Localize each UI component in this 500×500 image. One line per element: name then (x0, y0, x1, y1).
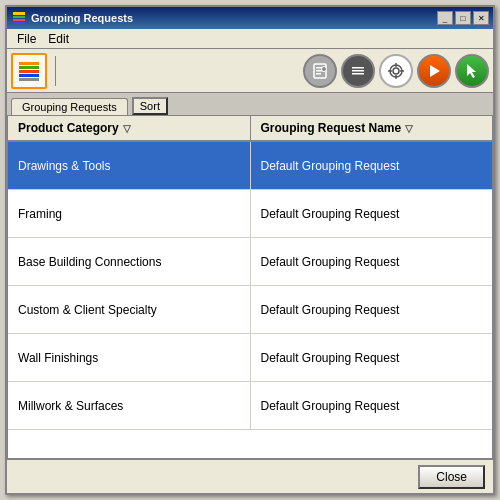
toolbar-right-buttons (303, 54, 489, 88)
table-content: Product Category ▽ Grouping Request Name… (7, 115, 493, 459)
sort-arrow-grouping: ▽ (405, 123, 413, 134)
sort-button[interactable]: Sort (132, 97, 168, 115)
close-dialog-button[interactable]: Close (418, 465, 485, 489)
window-icon (11, 10, 27, 26)
grouping-cell: Default Grouping Request (251, 382, 493, 429)
grouping-requests-tab[interactable]: Grouping Requests (11, 98, 128, 115)
menu-file[interactable]: File (11, 30, 42, 48)
category-cell: Custom & Client Specialty (8, 286, 251, 333)
title-bar: Grouping Requests _ □ ✕ (7, 7, 493, 29)
column-header-grouping: Grouping Request Name ▽ (251, 116, 493, 140)
table-body: Drawings & Tools Default Grouping Reques… (8, 142, 492, 458)
svg-rect-0 (13, 12, 25, 15)
target-button[interactable] (379, 54, 413, 88)
svg-rect-3 (13, 22, 25, 24)
grouping-cell: Default Grouping Request (251, 286, 493, 333)
svg-rect-7 (19, 74, 39, 77)
grouping-cell: Default Grouping Request (251, 190, 493, 237)
category-cell: Framing (8, 190, 251, 237)
svg-rect-2 (13, 19, 25, 21)
table-row[interactable]: Custom & Client Specialty Default Groupi… (8, 286, 492, 334)
svg-rect-1 (13, 16, 25, 18)
svg-rect-12 (316, 73, 321, 75)
maximize-button[interactable]: □ (455, 11, 471, 25)
svg-rect-15 (352, 70, 364, 72)
svg-rect-8 (19, 78, 39, 81)
main-window: Grouping Requests _ □ ✕ File Edit (5, 5, 495, 495)
close-button[interactable]: ✕ (473, 11, 489, 25)
window-title: Grouping Requests (31, 12, 437, 24)
svg-rect-4 (19, 62, 39, 65)
table-row[interactable]: Millwork & Surfaces Default Grouping Req… (8, 382, 492, 430)
table-row[interactable]: Wall Finishings Default Grouping Request (8, 334, 492, 382)
table-row[interactable]: Framing Default Grouping Request (8, 190, 492, 238)
svg-rect-5 (19, 66, 39, 69)
table-row[interactable]: Base Building Connections Default Groupi… (8, 238, 492, 286)
menu-list-button[interactable] (341, 54, 375, 88)
svg-rect-6 (19, 70, 39, 73)
table-header: Product Category ▽ Grouping Request Name… (8, 116, 492, 142)
svg-marker-23 (430, 65, 440, 77)
svg-rect-14 (352, 67, 364, 69)
toolbar (7, 49, 493, 93)
svg-marker-24 (467, 64, 476, 78)
main-toolbar-button[interactable] (11, 53, 47, 89)
category-cell: Millwork & Surfaces (8, 382, 251, 429)
svg-rect-16 (352, 73, 364, 75)
menu-edit[interactable]: Edit (42, 30, 75, 48)
table-row[interactable]: Drawings & Tools Default Grouping Reques… (8, 142, 492, 190)
reports-button[interactable] (303, 54, 337, 88)
category-cell: Drawings & Tools (8, 142, 251, 189)
menu-bar: File Edit (7, 29, 493, 49)
grouping-cell: Default Grouping Request (251, 142, 493, 189)
svg-point-13 (322, 66, 327, 71)
footer: Close (7, 459, 493, 493)
window-controls: _ □ ✕ (437, 11, 489, 25)
category-cell: Base Building Connections (8, 238, 251, 285)
cursor-button[interactable] (455, 54, 489, 88)
action-button[interactable] (417, 54, 451, 88)
toolbar-separator-1 (55, 56, 56, 86)
column-header-category: Product Category ▽ (8, 116, 251, 140)
sort-arrow-category: ▽ (123, 123, 131, 134)
category-cell: Wall Finishings (8, 334, 251, 381)
minimize-button[interactable]: _ (437, 11, 453, 25)
tab-area: Grouping Requests Sort (7, 93, 493, 115)
svg-point-18 (393, 68, 399, 74)
grouping-cell: Default Grouping Request (251, 238, 493, 285)
grouping-cell: Default Grouping Request (251, 334, 493, 381)
